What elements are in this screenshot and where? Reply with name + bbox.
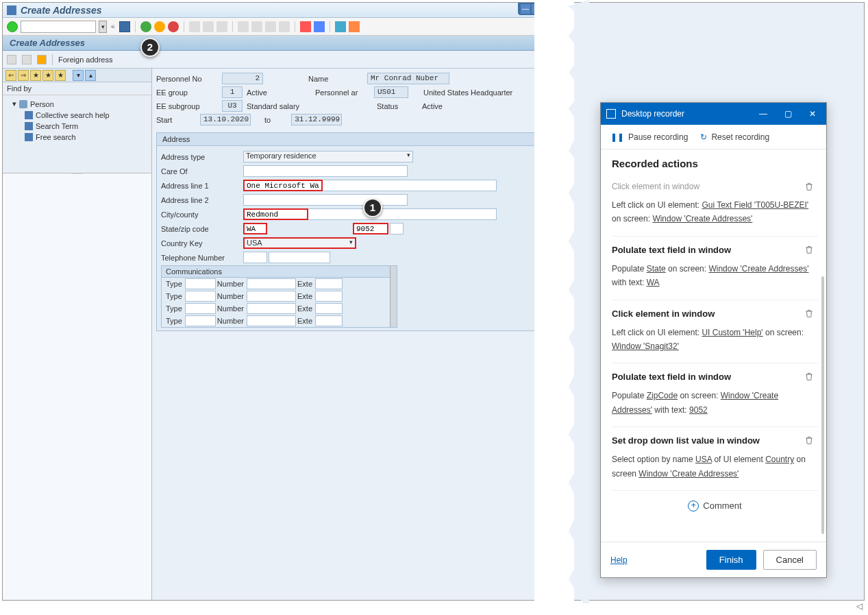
back-icon[interactable] bbox=[140, 21, 151, 32]
recorded-action-card[interactable]: Set drop down list value in windowSelect… bbox=[612, 427, 818, 491]
comm-ext-input[interactable] bbox=[315, 291, 343, 302]
comm-type-input[interactable] bbox=[185, 315, 216, 326]
comm-type-input[interactable] bbox=[185, 278, 216, 289]
recorder-close-icon[interactable]: ✕ bbox=[804, 109, 821, 119]
tel-area-input[interactable] bbox=[243, 252, 267, 263]
pause-recording-button[interactable]: ❚❚ Pause recording bbox=[610, 132, 688, 142]
cancel-icon[interactable] bbox=[168, 21, 179, 32]
link-text[interactable]: ZipCode bbox=[647, 391, 678, 400]
recorder-maximize-icon[interactable]: ▢ bbox=[780, 109, 796, 119]
link-text[interactable]: Window 'Create Addresses' bbox=[638, 469, 739, 479]
comm-ext-input[interactable] bbox=[315, 303, 343, 314]
nav-expand-icon[interactable]: ▾ bbox=[73, 70, 84, 81]
state-input[interactable] bbox=[243, 223, 267, 234]
comm-number-input[interactable] bbox=[247, 303, 296, 314]
recorded-action-card[interactable]: Click element in windowLeft click on UI … bbox=[612, 300, 818, 364]
link-text[interactable]: USA bbox=[695, 455, 712, 464]
link-text[interactable]: WA bbox=[647, 278, 660, 287]
ee-subgroup-field[interactable]: U3 bbox=[222, 100, 243, 112]
reset-recording-button[interactable]: ↻ Reset recording bbox=[700, 132, 769, 142]
link-text[interactable]: Country bbox=[765, 455, 794, 464]
personnel-ar-field[interactable]: US01 bbox=[374, 86, 408, 98]
end-date-field[interactable]: 31.12.9999 bbox=[291, 114, 342, 125]
recorded-action-card[interactable]: Polulate text field in windowPopulate Zi… bbox=[612, 363, 818, 427]
collapse-icon[interactable]: « bbox=[111, 23, 115, 30]
tree-item-search-term[interactable]: Search Term bbox=[7, 121, 147, 132]
nav-back-icon[interactable]: ⇐ bbox=[5, 70, 16, 81]
link-text[interactable]: Gui Text Field 'T005U-BEZEI' bbox=[702, 200, 808, 210]
shortcut-icon[interactable] bbox=[314, 21, 325, 32]
find-icon[interactable] bbox=[203, 21, 214, 32]
nav-star-icon[interactable]: ★ bbox=[30, 70, 41, 81]
comm-number-input[interactable] bbox=[247, 278, 296, 289]
recorder-minimize-icon[interactable]: — bbox=[755, 109, 771, 119]
person-icon[interactable] bbox=[37, 55, 47, 64]
command-input[interactable] bbox=[21, 21, 96, 33]
splitter-handle[interactable]: ····· bbox=[71, 171, 82, 177]
link-text[interactable]: UI Custom 'Help' bbox=[702, 328, 762, 337]
address-line1-input[interactable] bbox=[243, 180, 323, 191]
link-text[interactable]: Window 'Snagit32' bbox=[612, 341, 679, 351]
start-date-field[interactable]: 13.10.2020 bbox=[200, 114, 251, 125]
help-icon[interactable] bbox=[335, 21, 346, 32]
recorded-action-card[interactable]: Click element in windowLeft click on UI … bbox=[612, 173, 818, 237]
tree-person[interactable]: ▾ Person bbox=[7, 98, 147, 110]
exit-icon[interactable] bbox=[154, 21, 165, 32]
link-text[interactable]: Window 'Create Addresses' bbox=[708, 264, 808, 274]
comm-ext-input[interactable] bbox=[315, 278, 343, 289]
comm-scrollbar[interactable] bbox=[390, 266, 397, 327]
nav-bookmark-icon[interactable]: ★ bbox=[55, 70, 66, 81]
zip-ext-input[interactable] bbox=[390, 223, 404, 234]
tel-number-input[interactable] bbox=[269, 252, 330, 263]
save-icon[interactable] bbox=[119, 21, 130, 32]
last-page-icon[interactable] bbox=[279, 21, 290, 32]
minimize-icon[interactable]: — bbox=[521, 4, 530, 14]
comm-type-input[interactable] bbox=[185, 303, 216, 314]
link-text[interactable]: State bbox=[647, 264, 666, 274]
next-page-icon[interactable] bbox=[265, 21, 276, 32]
careof-input[interactable] bbox=[243, 165, 408, 177]
comm-number-input[interactable] bbox=[247, 315, 296, 326]
country-dropdown[interactable]: USA bbox=[243, 237, 356, 249]
command-dropdown-icon[interactable]: ▾ bbox=[99, 21, 107, 33]
nav-fav-icon[interactable]: ★ bbox=[42, 70, 53, 81]
address-line2-input[interactable] bbox=[243, 194, 408, 206]
address-type-dropdown[interactable]: Temporary residence bbox=[243, 151, 413, 162]
link-text[interactable]: 9052 bbox=[689, 405, 708, 415]
copy-icon[interactable] bbox=[22, 55, 32, 64]
address-line1-ext[interactable] bbox=[323, 180, 497, 191]
comm-type-input[interactable] bbox=[185, 291, 216, 302]
doc-icon[interactable] bbox=[7, 55, 16, 64]
nav-fwd-icon[interactable]: ⇒ bbox=[18, 70, 29, 81]
help-link[interactable]: Help bbox=[610, 555, 628, 565]
ok-icon[interactable] bbox=[7, 21, 18, 32]
nav-collapse-icon[interactable]: ▴ bbox=[85, 70, 96, 81]
new-session-icon[interactable] bbox=[300, 21, 311, 32]
layout-icon[interactable] bbox=[349, 21, 360, 32]
recorder-scrollbar[interactable] bbox=[821, 276, 824, 534]
add-comment-button[interactable]: + Comment bbox=[612, 491, 818, 521]
prev-page-icon[interactable] bbox=[251, 21, 262, 32]
zip-input[interactable] bbox=[353, 223, 388, 234]
print-icon[interactable] bbox=[189, 21, 200, 32]
tree-item-free-search[interactable]: Free search bbox=[7, 132, 147, 143]
comm-number-input[interactable] bbox=[247, 291, 296, 302]
finish-button[interactable]: Finish bbox=[706, 550, 756, 570]
delete-action-icon[interactable] bbox=[804, 309, 815, 319]
personnel-no-field[interactable]: 2 bbox=[222, 73, 263, 84]
comm-ext-input[interactable] bbox=[315, 315, 343, 326]
recorded-action-card[interactable]: Polulate text field in windowPopulate St… bbox=[612, 237, 818, 300]
find-next-icon[interactable] bbox=[216, 21, 227, 32]
resize-grip-icon[interactable]: ◁ bbox=[856, 601, 863, 611]
county-input[interactable] bbox=[308, 208, 497, 220]
delete-action-icon[interactable] bbox=[804, 372, 815, 383]
city-input[interactable] bbox=[243, 208, 308, 220]
first-page-icon[interactable] bbox=[238, 21, 249, 32]
delete-action-icon[interactable] bbox=[804, 435, 815, 446]
delete-action-icon[interactable] bbox=[804, 245, 815, 256]
delete-action-icon[interactable] bbox=[804, 182, 815, 193]
tree-toggle-icon[interactable]: ▾ bbox=[12, 99, 16, 108]
link-text[interactable]: Window 'Create Addresses' bbox=[652, 214, 752, 224]
cancel-button[interactable]: Cancel bbox=[763, 550, 817, 570]
tree-item-collective[interactable]: Collective search help bbox=[7, 110, 147, 121]
